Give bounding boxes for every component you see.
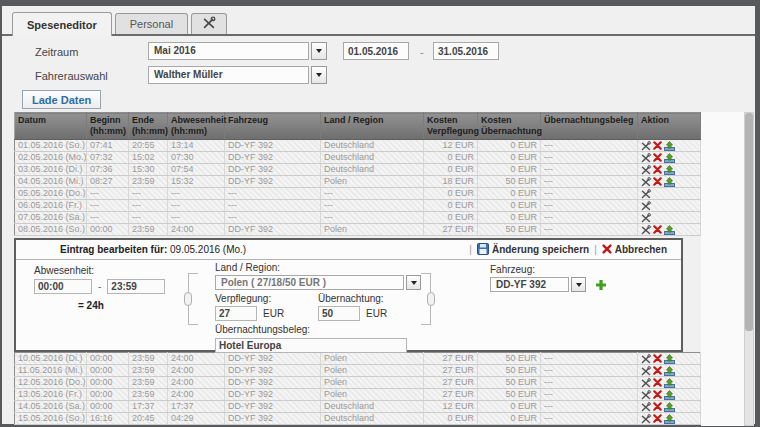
cell-abw: 17:37 [168,401,225,413]
delete-entry-icon[interactable] [653,390,662,399]
bracket-knob [184,292,192,306]
edit-entry-icon[interactable] [641,165,651,175]
column-header: Beginn (hh:mm) [87,113,129,140]
edit-entry-panel: Eintrag bearbeiten für: 09.05.2016 (Mo.)… [14,238,683,352]
cell-uebernachtung: 0 EUR [478,152,541,164]
upload-receipt-icon[interactable] [664,153,675,163]
table-row: 11.05.2016 (Mi.)00:0023:5924:00DD-YF 392… [15,365,701,377]
fahrer-dropdown-button[interactable] [311,66,327,84]
cell-fahrzeug: DD-YF 392 [225,152,321,164]
tab-speseneditor[interactable]: Speseneditor [12,12,112,36]
cell-ende: 20:55 [129,140,168,152]
cell-beleg: --- [541,176,638,188]
uebernachtung-input[interactable] [318,306,360,321]
upload-receipt-icon[interactable] [664,225,675,235]
delete-entry-icon[interactable] [653,402,662,411]
fahrzeug-dropdown-button[interactable] [571,277,586,292]
edit-entry-icon[interactable] [641,402,651,412]
delete-entry-icon[interactable] [653,141,662,150]
cell-fahrzeug: DD-YF 392 [225,401,321,413]
edit-entry-icon[interactable] [641,153,651,163]
cell-aktion [638,176,701,188]
abwesenheit-label: Abwesenheit: [34,265,165,276]
uebernachtung-unit: EUR [366,308,387,319]
time-to-input[interactable] [107,279,165,294]
time-from-input[interactable] [34,279,92,294]
cell-fahrzeug: DD-YF 392 [225,176,321,188]
cell-beleg: --- [541,224,638,236]
edit-entry-icon[interactable] [641,201,651,211]
cell-ende: 17:37 [129,401,168,413]
save-changes-button[interactable]: Änderung speichern [477,243,589,257]
tab-tools[interactable] [191,13,227,34]
bracket-knob [427,292,435,306]
cell-beginn: 08:27 [87,176,129,188]
cell-ende: 23:59 [129,224,168,236]
table-row: 04.05.2016 (Mi.)08:2723:5915:32DD-YF 392… [15,176,701,188]
cell-land: Polen [321,224,424,236]
lade-daten-button[interactable]: Lade Daten [22,90,101,109]
edit-entry-icon[interactable] [641,225,651,235]
upload-receipt-icon[interactable] [664,378,675,388]
edit-entry-icon[interactable] [641,177,651,187]
cell-abw: 24:00 [168,353,225,365]
date-from-input[interactable] [343,42,409,60]
edit-entry-icon[interactable] [641,378,651,388]
cancel-button[interactable]: Abbrechen [602,244,667,256]
expense-table-top: DatumBeginn (hh:mm)Ende (hh:mm)Abwesenhe… [14,112,701,236]
column-header: Übernachtungsbeleg [541,113,638,140]
cell-abw: --- [168,200,225,212]
upload-receipt-icon[interactable] [664,414,675,424]
scrollbar-thumb[interactable] [745,113,753,331]
cell-beginn: --- [87,200,129,212]
delete-entry-icon[interactable] [653,414,662,423]
cell-beleg: --- [541,200,638,212]
delete-entry-icon[interactable] [653,153,662,162]
edit-entry-icon[interactable] [641,390,651,400]
cell-fahrzeug: DD-YF 392 [225,413,321,425]
upload-receipt-icon[interactable] [664,390,675,400]
edit-entry-icon[interactable] [641,189,651,199]
zeitraum-select[interactable]: Mai 2016 [148,42,327,60]
upload-receipt-icon[interactable] [664,165,675,175]
cell-fahrzeug: DD-YF 392 [225,389,321,401]
land-dropdown-button[interactable] [406,275,421,290]
cell-verpflegung: 27 EUR [424,224,478,236]
upload-receipt-icon[interactable] [664,354,675,364]
cell-land: Polen [321,389,424,401]
fahrzeug-select[interactable]: DD-YF 392 [490,277,586,292]
tab-personal[interactable]: Personal [115,13,188,34]
cell-beleg: --- [541,164,638,176]
upload-receipt-icon[interactable] [664,366,675,376]
fahrer-select[interactable]: Walther Müller [148,66,327,84]
cell-datum: 05.05.2016 (Do.) [15,188,87,200]
beleg-field: Übernachtungsbeleg: [215,324,421,353]
delete-entry-icon[interactable] [653,354,662,363]
cell-fahrzeug: DD-YF 392 [225,224,321,236]
edit-entry-icon[interactable] [641,366,651,376]
edit-panel-header: Eintrag bearbeiten für: 09.05.2016 (Mo.)… [16,240,681,260]
cell-uebernachtung: 50 EUR [478,377,541,389]
edit-entry-icon[interactable] [641,213,651,223]
edit-entry-icon[interactable] [641,354,651,364]
delete-entry-icon[interactable] [653,165,662,174]
verpflegung-input[interactable] [215,306,257,321]
edit-entry-icon[interactable] [641,414,651,424]
zeitraum-dropdown-button[interactable] [311,42,327,60]
delete-entry-icon[interactable] [653,366,662,375]
vertical-scrollbar[interactable] [744,112,754,426]
upload-receipt-icon[interactable] [664,402,675,412]
upload-receipt-icon[interactable] [664,141,675,151]
cell-ende: 23:59 [129,365,168,377]
delete-entry-icon[interactable] [653,177,662,186]
delete-entry-icon[interactable] [653,378,662,387]
edit-entry-icon[interactable] [641,141,651,151]
upload-receipt-icon[interactable] [664,177,675,187]
cell-fahrzeug: DD-YF 392 [225,164,321,176]
add-vehicle-button[interactable] [595,279,607,291]
land-region-select[interactable]: Polen ( 27/18/50 EUR ) [215,275,421,290]
delete-entry-icon[interactable] [653,225,662,234]
date-to-input[interactable] [433,42,499,60]
beleg-input[interactable] [215,338,407,353]
cell-beleg: --- [541,188,638,200]
